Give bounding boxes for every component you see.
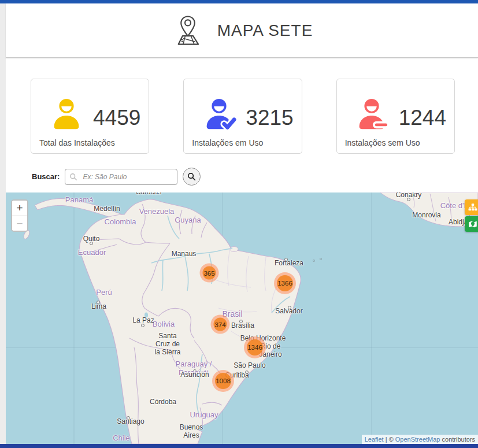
cluster-layer-button[interactable] [465, 199, 478, 215]
bottom-accent-bar [0, 444, 478, 448]
city-dot [97, 301, 100, 304]
user-check-icon [201, 97, 237, 132]
page: MAPA SETE 4459 Total das Instalações [6, 3, 478, 444]
stat-label: Instalações sem Uso [345, 138, 446, 147]
cluster-count: 1008 [215, 373, 231, 389]
city-dot [284, 258, 288, 261]
card-installations-in-use: 3215 Instalações em Uso [183, 79, 302, 154]
city-dot [245, 371, 249, 374]
top-accent-bar [0, 0, 478, 3]
search-icon [69, 173, 77, 181]
cluster-marker[interactable]: 1346 [244, 336, 266, 358]
city-dot [193, 369, 197, 373]
city-dot [90, 242, 93, 245]
stat-label: Total das Instalações [39, 138, 140, 147]
search-input[interactable] [65, 169, 177, 185]
stat-label: Instalações em Uso [192, 138, 293, 147]
map-marker-icon [468, 219, 478, 229]
zoom-in-button[interactable]: + [12, 201, 27, 216]
search-row: Buscar: [32, 168, 478, 186]
header: MAPA SETE [6, 3, 478, 58]
cluster-marker[interactable]: 365 [200, 264, 219, 283]
stat-value: 4459 [93, 106, 140, 132]
city-dot [407, 198, 410, 201]
cluster-marker[interactable]: 1366 [274, 272, 296, 294]
sitemap-icon [468, 202, 478, 213]
search-label: Buscar: [32, 172, 60, 181]
cluster-marker[interactable]: 374 [211, 315, 230, 334]
marker-layer-button[interactable] [465, 216, 478, 232]
map-tiles [6, 192, 478, 444]
cluster-count: 1346 [247, 339, 263, 356]
osm-link[interactable]: OpenStreetMap [395, 436, 440, 443]
zoom-out-button[interactable]: − [12, 216, 27, 231]
city-dot [288, 306, 291, 309]
map-pin-logo-icon [171, 14, 205, 47]
cluster-count: 1366 [277, 275, 293, 291]
stat-value: 3215 [246, 106, 293, 132]
page-title: MAPA SETE [217, 21, 313, 40]
search-button[interactable] [183, 168, 201, 186]
city-dot [141, 324, 144, 327]
leaflet-link[interactable]: Leaflet [365, 436, 384, 443]
search-icon [187, 172, 196, 181]
map-attribution: Leaflet | © OpenStreetMap contributors [362, 435, 478, 444]
cluster-marker[interactable]: 1008 [212, 370, 234, 392]
city-dot [239, 320, 243, 323]
user-minus-icon [354, 97, 390, 132]
cluster-count: 365 [203, 266, 216, 280]
cluster-count: 374 [214, 318, 227, 331]
stat-value: 1244 [399, 106, 446, 132]
map-canvas[interactable]: + − Leaflet | © OpenStreetMap contributo… [6, 192, 478, 444]
stats-row: 4459 Total das Instalações 3215 Instalaç… [6, 79, 478, 154]
zoom-control: + − [11, 199, 28, 232]
city-dot [190, 425, 194, 428]
user-icon [49, 97, 84, 132]
city-dot [127, 416, 130, 420]
card-total-installations: 4459 Total das Instalações [31, 79, 149, 154]
card-installations-no-use: 1244 Instalações sem Uso [336, 79, 455, 154]
